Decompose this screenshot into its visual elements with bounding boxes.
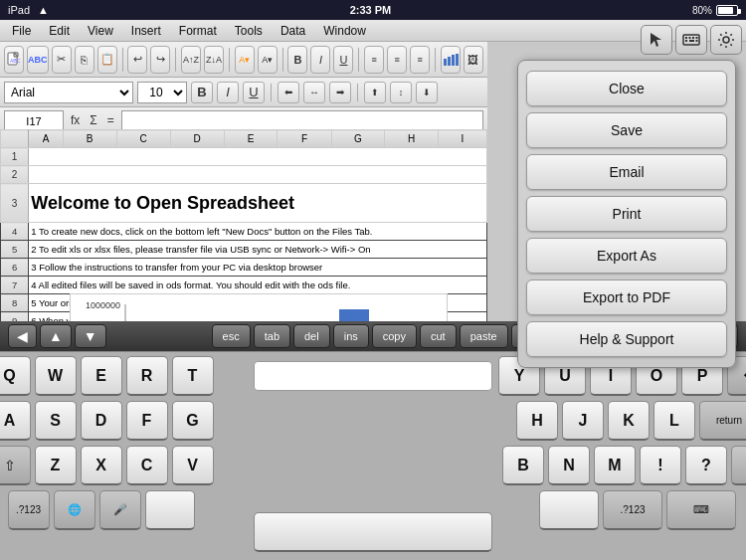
del-button[interactable]: del [293,324,330,348]
key-K[interactable]: K [608,401,650,441]
toolbar-sort-asc[interactable]: A↑Z [181,46,201,74]
sigma-button[interactable]: Σ [87,113,99,127]
font-size-select[interactable]: 10 [137,82,187,103]
toolbar-align-center[interactable]: ≡ [387,46,407,74]
nav-left-arrow[interactable]: ◀ [8,324,37,348]
esc-button[interactable]: esc [212,324,251,348]
cell-5[interactable]: 2 To edit xls or xlsx files, please tran… [29,241,487,259]
key-N[interactable]: N [548,446,590,485]
equals-button[interactable]: = [104,113,117,127]
export-as-button[interactable]: Export As [526,238,727,274]
copy-button[interactable]: copy [372,324,417,348]
key-G[interactable]: G [172,401,214,441]
paste-button[interactable]: paste [460,324,508,348]
key-J[interactable]: J [562,401,604,441]
cell-reference[interactable]: I17 [4,110,64,130]
tab-button[interactable]: tab [254,324,290,348]
key-numbers-right[interactable]: .?123 [603,490,662,530]
key-S[interactable]: S [35,401,77,441]
key-question[interactable]: ? [685,446,727,485]
formula-input[interactable] [121,110,483,130]
ins-button[interactable]: ins [333,324,369,348]
key-shift-left[interactable]: ⇧ [0,446,31,485]
key-W[interactable]: W [35,356,77,396]
key-mic[interactable]: 🎤 [99,490,141,530]
underline-button[interactable]: U [243,82,265,103]
menu-insert[interactable]: Insert [123,22,169,40]
align-center-button[interactable]: ↔ [303,82,325,103]
toolbar-sort-desc[interactable]: Z↓A [204,46,224,74]
menu-view[interactable]: View [80,22,121,40]
close-button[interactable]: Close [526,71,727,106]
toolbar-abc[interactable]: ABC [27,46,49,74]
cursor-icon[interactable] [641,25,672,55]
menu-file[interactable]: File [4,22,39,40]
cell-6[interactable]: 3 Follow the instructions to transfer fr… [29,259,487,277]
toolbar-new[interactable]: ABC [4,46,24,74]
align-top-button[interactable]: ⬆ [364,82,386,103]
col-header-E[interactable]: E [224,130,278,148]
key-Q[interactable]: Q [0,356,31,396]
menu-format[interactable]: Format [171,22,225,40]
toolbar-photo[interactable]: 🖼 [464,46,483,74]
cell-7[interactable]: 4 All edited files will be saved in ods … [29,277,487,294]
italic-button[interactable]: I [217,82,239,103]
toolbar-undo[interactable]: ↩ [127,46,147,74]
toolbar-align-right[interactable]: ≡ [410,46,430,74]
menu-data[interactable]: Data [273,22,313,40]
toolbar-align-left[interactable]: ≡ [364,46,384,74]
print-button[interactable]: Print [526,196,727,232]
key-Z[interactable]: Z [35,446,77,485]
menu-edit[interactable]: Edit [41,22,78,40]
toolbar-bold[interactable]: B [287,46,307,74]
menu-tools[interactable]: Tools [227,22,271,40]
key-space-right[interactable] [539,490,599,530]
align-left-button[interactable]: ⬅ [278,82,299,103]
cell-1[interactable] [29,148,487,166]
key-shift-right[interactable]: ⇧ [731,446,746,485]
toolbar-fill-color[interactable]: A▾ [235,46,255,74]
align-middle-button[interactable]: ↕ [390,82,412,103]
key-numbers-left[interactable]: .?123 [8,490,50,530]
key-return[interactable]: return [699,401,746,441]
toolbar-underline[interactable]: U [333,46,353,74]
bold-button[interactable]: B [191,82,213,103]
fx-button[interactable]: fx [68,113,83,127]
col-header-C[interactable]: C [116,130,170,148]
export-pdf-button[interactable]: Export to PDF [526,280,727,315]
key-M[interactable]: M [594,446,636,485]
toolbar-paste[interactable]: 📋 [97,46,117,74]
col-header-H[interactable]: H [385,130,439,148]
col-header-D[interactable]: D [170,130,224,148]
cell-4[interactable]: 1 To create new docs, click on the botto… [29,223,487,241]
key-spacebar[interactable] [254,512,492,552]
nav-up-arrow[interactable]: ▲ [40,324,72,348]
cell-2[interactable] [29,166,487,184]
key-exclaim[interactable]: ! [640,446,681,485]
key-B[interactable]: B [502,446,544,485]
toolbar-italic[interactable]: I [310,46,330,74]
toolbar-copy[interactable]: ⎘ [75,46,94,74]
help-support-button[interactable]: Help & Support [526,321,727,357]
key-F[interactable]: F [126,401,168,441]
toolbar-text-color[interactable]: A▾ [258,46,278,74]
settings-icon[interactable] [710,25,742,55]
key-keyboard-hide[interactable]: ⌨ [666,490,736,530]
col-header-B[interactable]: B [63,130,116,148]
key-V[interactable]: V [172,446,214,485]
toolbar-redo[interactable]: ↪ [150,46,170,74]
col-header-F[interactable]: F [278,130,331,148]
key-R[interactable]: R [126,356,168,396]
key-E[interactable]: E [81,356,122,396]
cut-button[interactable]: cut [420,324,457,348]
toolbar-cut[interactable]: ✂ [52,46,72,74]
center-input-bar[interactable] [254,361,492,391]
toolbar-chart[interactable] [441,46,461,74]
col-header-A[interactable]: A [29,130,64,148]
key-H[interactable]: H [516,401,558,441]
menu-window[interactable]: Window [315,22,374,40]
key-globe[interactable]: 🌐 [54,490,95,530]
key-space-left[interactable] [145,490,195,530]
col-header-I[interactable]: I [439,130,487,148]
nav-down-arrow[interactable]: ▼ [75,324,106,348]
